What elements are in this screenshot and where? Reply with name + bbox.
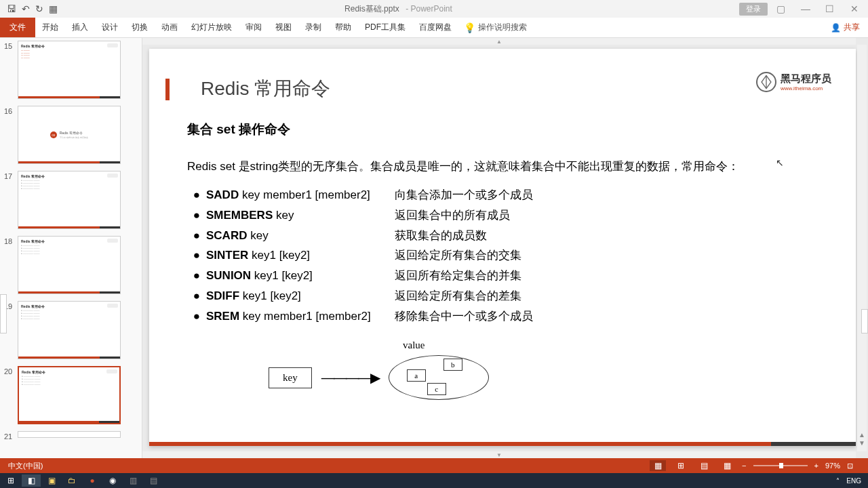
list-item: ●SADD key member1 [member2]向集合添加一个或多个成员 bbox=[187, 185, 818, 205]
tab-baidu[interactable]: 百度网盘 bbox=[412, 18, 458, 37]
logo-text: 黑马程序员 bbox=[781, 73, 831, 85]
slide-paragraph: Redis set 是string类型的无序集合。集合成员是唯一的，这就意味着集… bbox=[187, 157, 818, 176]
current-slide[interactable]: Redis 常用命令 黑马程序员 www.itheima.com 集合 set … bbox=[149, 49, 856, 446]
slide-subtitle: 集合 set 操作命令 bbox=[187, 121, 818, 138]
folder-icon[interactable]: 🗀 bbox=[62, 474, 81, 487]
list-item: ●SREM key member1 [member2]移除集合中一个或多个成员 bbox=[187, 306, 818, 327]
thumb-number: 17 bbox=[4, 171, 18, 180]
undo-icon[interactable]: ↶ bbox=[22, 3, 30, 14]
workspace: 15 Redis 常用命令 — ———— ———— ———— ——— 16 03… bbox=[0, 38, 868, 458]
set-cell: b bbox=[443, 359, 462, 371]
thumb-number: 18 bbox=[4, 236, 18, 245]
brand-logo: 黑马程序员 www.itheima.com bbox=[756, 72, 831, 92]
list-item: ●SCARD key获取集合的成员数 bbox=[187, 226, 818, 246]
slide-sorter-icon[interactable]: ⊞ bbox=[673, 460, 689, 471]
tab-home[interactable]: 开始 bbox=[35, 18, 65, 37]
start-button[interactable]: ⊞ bbox=[1, 474, 20, 487]
save-icon[interactable]: 🖫 bbox=[7, 3, 16, 14]
tab-pdftools[interactable]: PDF工具集 bbox=[358, 18, 412, 37]
app-icon[interactable]: ▥ bbox=[123, 474, 142, 487]
tab-recording[interactable]: 录制 bbox=[298, 18, 328, 37]
set-cell: a bbox=[407, 369, 426, 382]
tab-insert[interactable]: 插入 bbox=[65, 18, 95, 37]
diagram-set-oval: a b c bbox=[389, 355, 489, 400]
app-name: - PowerPoint bbox=[406, 4, 452, 14]
progress-fill bbox=[149, 442, 771, 446]
tab-slideshow[interactable]: 幻灯片放映 bbox=[184, 18, 239, 37]
thumbnail-15[interactable]: 15 Redis 常用命令 — ———— ———— ———— ——— bbox=[4, 41, 138, 99]
zoom-out-icon[interactable]: − bbox=[742, 462, 746, 470]
tab-view[interactable]: 视图 bbox=[269, 18, 298, 37]
list-item: ●SMEMBERS key返回集合中的所有成员 bbox=[187, 205, 818, 226]
view-controls: ▦ ⊞ ▤ ▦ − + 97% ⊡ bbox=[650, 458, 860, 473]
panel-resize-handle[interactable] bbox=[0, 294, 7, 333]
title-bar: 🖫 ↶ ↻ ▦ Redis基础.pptx - PowerPoint 登录 ▢ —… bbox=[0, 0, 868, 18]
thumbnail-17[interactable]: 17 Redis 常用命令 ● ————— ———● ————— ———● ——… bbox=[4, 171, 138, 229]
fit-to-window-icon[interactable]: ⊡ bbox=[847, 462, 853, 470]
set-diagram: value key ————▶ a b c bbox=[269, 340, 818, 400]
list-item: ●SDIFF key1 [key2]返回给定所有集合的差集 bbox=[187, 286, 818, 306]
lightbulb-icon: 💡 bbox=[464, 22, 475, 33]
slide-nav-arrows[interactable]: ▲▼ bbox=[857, 431, 867, 447]
maximize-icon[interactable]: ☐ bbox=[819, 2, 841, 16]
thumb-number: 21 bbox=[4, 431, 18, 441]
slideshow-icon[interactable]: ▦ bbox=[719, 460, 735, 471]
status-bar: 中文(中国) ▦ ⊞ ▤ ▦ − + 97% ⊡ bbox=[0, 458, 868, 473]
tab-animations[interactable]: 动画 bbox=[155, 18, 184, 37]
file-tab[interactable]: 文件 bbox=[0, 18, 35, 37]
minimize-icon[interactable]: — bbox=[795, 2, 816, 16]
vertical-scrollbar[interactable]: ▲▼ bbox=[857, 45, 867, 451]
app-icon[interactable]: ▤ bbox=[144, 474, 163, 487]
language-status[interactable]: 中文(中国) bbox=[8, 461, 43, 471]
zoom-percent[interactable]: 97% bbox=[825, 462, 840, 470]
thumbnail-20[interactable]: 20 Redis 常用命令 ● ————— ———● ————— ———● ——… bbox=[4, 366, 138, 424]
slide-title: Redis 常用命令 bbox=[201, 76, 818, 102]
diagram-key-box: key bbox=[269, 367, 312, 388]
tab-review[interactable]: 审阅 bbox=[239, 18, 269, 37]
slide-thumbnail-panel[interactable]: 15 Redis 常用命令 — ———— ———— ———— ——— 16 03… bbox=[0, 38, 142, 458]
redo-icon[interactable]: ↻ bbox=[35, 3, 43, 14]
logo-url: www.itheima.com bbox=[781, 85, 831, 92]
taskview-icon[interactable]: ◧ bbox=[22, 474, 41, 487]
thumbnail-21[interactable]: 21 bbox=[4, 431, 138, 441]
command-list: ●SADD key member1 [member2]向集合添加一个或多个成员 … bbox=[187, 185, 818, 326]
share-button[interactable]: 👤 共享 bbox=[831, 22, 860, 33]
normal-view-icon[interactable]: ▦ bbox=[650, 460, 666, 471]
thumbnail-19[interactable]: 19 Redis 常用命令 ● ————— ———● ————— ———● ——… bbox=[4, 301, 138, 359]
thumb-number: 20 bbox=[4, 366, 18, 375]
zoom-in-icon[interactable]: + bbox=[814, 462, 818, 470]
scroll-up-button[interactable]: ▲ bbox=[142, 38, 856, 45]
tray-expand-icon[interactable]: ˄ bbox=[836, 477, 840, 485]
window-controls: 登录 ▢ — ☐ ✕ bbox=[739, 2, 865, 16]
list-item: ●SUNION key1 [key2]返回所有给定集合的并集 bbox=[187, 266, 818, 286]
chrome-icon[interactable]: ◉ bbox=[103, 474, 122, 487]
list-item: ●SINTER key1 [key2]返回给定所有集合的交集 bbox=[187, 245, 818, 266]
share-icon: 👤 bbox=[831, 23, 841, 33]
start-from-beginning-icon[interactable]: ▦ bbox=[49, 3, 58, 14]
quick-access-toolbar: 🖫 ↶ ↻ ▦ bbox=[3, 3, 58, 14]
scroll-down-button[interactable]: ▼ bbox=[142, 451, 856, 458]
tab-transitions[interactable]: 切换 bbox=[125, 18, 155, 37]
search-hint-text: 操作说明搜索 bbox=[478, 22, 527, 33]
thumbnail-16[interactable]: 16 03 Redis 常用命令字符串 哈希 列表 集合 有序集合 bbox=[4, 106, 138, 164]
tab-design[interactable]: 设计 bbox=[95, 18, 125, 37]
reading-view-icon[interactable]: ▤ bbox=[696, 460, 712, 471]
zoom-slider[interactable] bbox=[753, 465, 808, 466]
tab-help[interactable]: 帮助 bbox=[328, 18, 358, 37]
ime-indicator[interactable]: ENG bbox=[846, 477, 861, 485]
system-tray: ˄ ENG bbox=[836, 477, 867, 485]
thumbnail-18[interactable]: 18 Redis 常用命令 ● ————— ———● ————— ———● ——… bbox=[4, 236, 138, 294]
diagram-value-label: value bbox=[403, 340, 818, 351]
slide-editor: ▲ Redis 常用命令 黑马程序员 www.itheima.com 集合 se… bbox=[142, 38, 868, 458]
ribbon-tabs: 文件 开始 插入 设计 切换 动画 幻灯片放映 审阅 视图 录制 帮助 PDF工… bbox=[0, 18, 868, 38]
thumb-number: 15 bbox=[4, 41, 18, 50]
set-cell: c bbox=[427, 383, 446, 395]
right-panel-handle[interactable] bbox=[861, 309, 868, 333]
login-button[interactable]: 登录 bbox=[739, 3, 768, 16]
window-title: Redis基础.pptx - PowerPoint bbox=[344, 3, 452, 15]
close-icon[interactable]: ✕ bbox=[844, 2, 865, 16]
ribbon-display-icon[interactable]: ▢ bbox=[770, 2, 792, 16]
tell-me-search[interactable]: 💡 操作说明搜索 bbox=[464, 22, 527, 33]
file-explorer-icon[interactable]: ▣ bbox=[42, 474, 61, 487]
powerpoint-icon[interactable]: ● bbox=[83, 474, 102, 487]
